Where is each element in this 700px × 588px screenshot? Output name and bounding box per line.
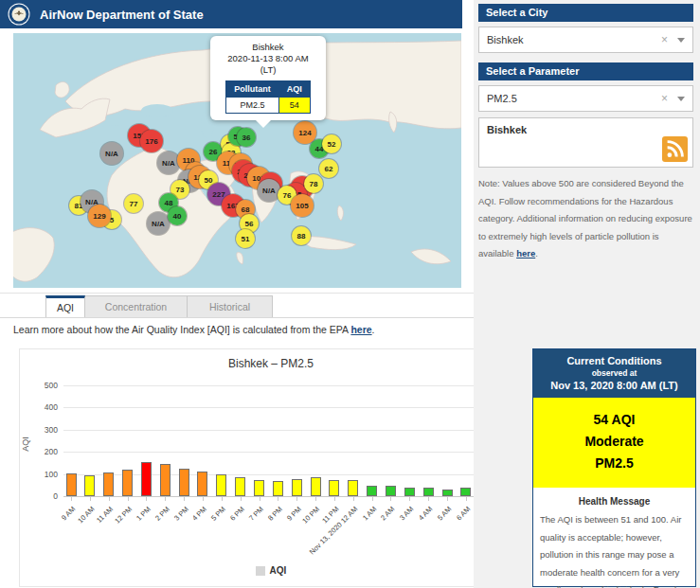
aqi-marker[interactable]: 40 — [168, 206, 187, 225]
x-tick — [241, 497, 242, 501]
aqi-bar[interactable] — [66, 473, 77, 496]
aqi-marker[interactable]: 78 — [304, 174, 323, 193]
x-tick — [203, 497, 204, 501]
aqi-marker[interactable]: N/A — [100, 142, 123, 165]
x-tick — [372, 497, 373, 501]
note-text: Note: Values above 500 are considered Be… — [478, 178, 692, 258]
health-message-title: Health Message — [540, 496, 689, 507]
popup-col-pollutant: Pollutant — [226, 80, 279, 97]
parameter-clear-icon[interactable]: × — [661, 92, 668, 105]
aqi-bar[interactable] — [216, 474, 226, 496]
legend-swatch — [256, 566, 265, 576]
aqi-marker[interactable]: 77 — [124, 194, 143, 213]
current-conditions-panel: Current Conditions observed at Nov 13, 2… — [532, 348, 696, 587]
x-tick — [428, 497, 429, 501]
aqi-bar[interactable] — [179, 469, 189, 496]
popup-city: Bishkek — [216, 42, 320, 53]
aqi-marker[interactable]: 51 — [236, 229, 255, 248]
x-tick-label: 5 AM — [436, 505, 453, 522]
aqi-marker[interactable]: 176 — [140, 130, 163, 152]
popup-pollutant-value: PM2.5 — [226, 97, 279, 113]
x-tick-label: 5 PM — [209, 505, 227, 523]
aqi-bar[interactable] — [273, 481, 283, 496]
app-title: AirNow Department of State — [40, 8, 204, 22]
aqi-bar[interactable] — [386, 486, 396, 496]
tab-aqi[interactable]: AQI — [45, 295, 85, 318]
aqi-bar[interactable] — [442, 490, 453, 496]
x-tick — [165, 497, 166, 501]
y-tick-label: 500 — [26, 381, 58, 390]
parameter-widget: Select a Parameter PM2.5 × — [478, 62, 693, 112]
gridline — [63, 385, 512, 386]
aqi-marker[interactable]: 36 — [237, 128, 256, 147]
aqi-bar[interactable] — [122, 470, 133, 496]
aqi-bar[interactable] — [292, 479, 302, 496]
aqi-bar[interactable] — [329, 480, 339, 496]
city-widget: Select a City Bishkek × — [478, 4, 693, 53]
aqi-marker[interactable]: N/A — [258, 179, 280, 202]
x-tick — [109, 497, 110, 501]
aqi-marker[interactable]: 62 — [319, 159, 338, 178]
learn-more-text: Learn more about how the Air Quality Ind… — [13, 324, 375, 335]
y-tick-label: 100 — [26, 470, 58, 479]
x-tick-label: 9 AM — [60, 505, 77, 522]
rss-feed-icon[interactable] — [662, 136, 688, 162]
x-tick — [146, 497, 147, 501]
aqi-bar[interactable] — [84, 475, 95, 496]
city-dropdown-caret-icon[interactable] — [677, 38, 685, 43]
x-tick — [315, 497, 316, 501]
parameter-dropdown-caret-icon[interactable] — [677, 97, 685, 101]
y-tick-label: 400 — [26, 402, 58, 412]
aqi-bar[interactable] — [197, 472, 207, 496]
aqi-bar[interactable] — [311, 477, 321, 496]
gridline — [63, 430, 512, 431]
health-message-text: The AQI is between 51 and 100. Air quali… — [540, 511, 689, 588]
x-tick — [409, 497, 410, 501]
aqi-bar[interactable] — [254, 480, 264, 496]
aqi-world-map[interactable]: N/A15317681N/A512977N/AN/A11057N/A125507… — [13, 33, 461, 288]
chart-legend[interactable]: AQI — [20, 565, 522, 576]
aqi-bar[interactable] — [404, 488, 415, 496]
aqi-bar[interactable] — [348, 480, 358, 496]
parameter-select[interactable]: PM2.5 × — [478, 85, 693, 112]
aqi-bar-chart: Bishkek – PM2.5 AQI 9 AM10 AM11 AM12 PM1… — [19, 348, 523, 587]
health-message-section: Health Message The AQI is between 51 and… — [533, 488, 695, 588]
current-conditions-header: Current Conditions observed at Nov 13, 2… — [533, 349, 695, 398]
aqi-bar[interactable] — [235, 477, 245, 496]
aqi-marker[interactable]: 124 — [294, 121, 316, 144]
x-tick — [184, 497, 185, 501]
tab-historical[interactable]: Historical — [188, 295, 273, 318]
parameter-widget-header: Select a Parameter — [478, 62, 693, 80]
epa-link[interactable]: here — [350, 324, 371, 335]
chart-title: Bishkek – PM2.5 — [20, 357, 522, 370]
x-tick — [447, 497, 448, 501]
city-select[interactable]: Bishkek × — [478, 27, 693, 53]
tab-concentration[interactable]: Concentration — [85, 295, 188, 318]
conditions-datetime: Nov 13, 2020 8:00 AM (LT) — [537, 380, 691, 391]
aqi-marker[interactable]: 88 — [292, 226, 311, 245]
conditions-observed-at: observed at — [537, 368, 691, 378]
aqi-bar[interactable] — [423, 488, 434, 496]
feed-city-label: Bishkek — [487, 124, 527, 135]
city-select-value: Bishkek — [487, 34, 661, 45]
aqi-bar[interactable] — [367, 486, 377, 496]
aqi-bar[interactable] — [141, 462, 152, 496]
aqi-bar[interactable] — [460, 488, 471, 496]
beyond-aqi-note: Note: Values above 500 are considered Be… — [478, 175, 694, 263]
aqi-marker[interactable]: N/A — [147, 212, 170, 235]
state-department-seal-icon — [8, 3, 30, 26]
x-tick-label: 2 PM — [153, 505, 171, 523]
aqi-bar[interactable] — [103, 472, 114, 496]
x-tick-label: 10 PM — [301, 505, 322, 526]
aqi-marker[interactable]: 129 — [88, 205, 111, 227]
feed-box: Bishkek — [478, 117, 693, 168]
view-tabs: AQIConcentrationHistorical — [45, 295, 273, 318]
aqi-marker[interactable]: 105 — [291, 194, 314, 217]
city-clear-icon[interactable]: × — [661, 33, 668, 46]
aqi-marker[interactable]: 52 — [322, 134, 341, 153]
learn-more-prefix: Learn more about how the Air Quality Ind… — [13, 324, 350, 335]
note-here-link[interactable]: here — [516, 248, 535, 258]
aqi-bar[interactable] — [160, 464, 171, 496]
popup-datetime: 2020-11-13 8:00 AM — [216, 53, 320, 64]
y-tick-label: 0 — [26, 491, 58, 501]
